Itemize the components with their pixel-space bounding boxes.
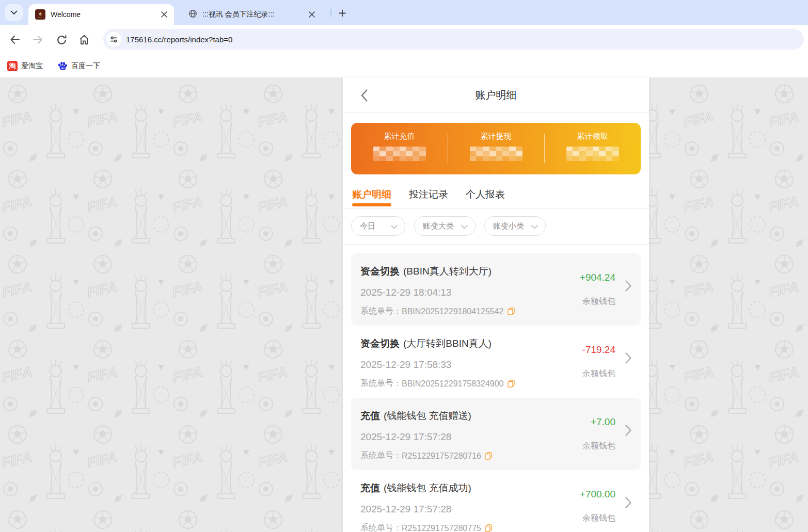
order-number: R2512291757280775 <box>402 524 481 532</box>
browser-toolbar: 175616.cc/reports/index?tab=0 <box>0 25 808 54</box>
chevron-right-icon <box>625 352 631 366</box>
tab-personal-report[interactable]: 个人报表 <box>466 188 505 208</box>
transaction-list: 资金切换(BBIN真人转到大厅) 2025-12-29 18:04:13 系统单… <box>343 245 649 532</box>
page-title: 账户明细 <box>343 77 649 112</box>
total-deposit: 累计充值 <box>351 123 448 174</box>
tx-wallet: 余额钱包 <box>580 296 615 307</box>
tab-betting-records[interactable]: :::视讯 会员下注纪录::: <box>179 4 322 25</box>
bookmarks-bar: 淘 爱淘宝 du 百度一下 <box>0 54 808 77</box>
filter-row: 今日 账变大类 账变小类 <box>343 209 649 245</box>
tx-subtitle: (BBIN真人转到大厅) <box>403 266 492 277</box>
order-number: BBIN202512291758324900 <box>402 379 504 389</box>
masked-value <box>373 147 426 161</box>
filter-label: 今日 <box>360 221 375 231</box>
url-text: 175616.cc/reports/index?tab=0 <box>126 35 232 44</box>
copy-icon[interactable] <box>508 308 515 315</box>
tab-title: Welcome <box>51 10 160 19</box>
tx-subtitle: (大厅转到BBIN真人) <box>403 338 492 349</box>
globe-icon <box>188 9 197 20</box>
totals-summary-card: 累计充值 累计提现 累计领取 <box>351 123 641 174</box>
total-withdraw: 累计提现 <box>448 123 544 174</box>
chevron-down-icon <box>531 222 538 231</box>
tx-subtitle: (钱能钱包 充值赠送) <box>384 410 471 421</box>
home-button[interactable] <box>77 33 91 46</box>
account-detail-panel: 账户明细 累计充值 累计提现 累计领取 账户明细 投注记录 个人报表 今日 <box>343 77 649 532</box>
bookmark-aitaobao[interactable]: 淘 爱淘宝 <box>7 61 43 71</box>
tab-title: :::视讯 会员下注纪录::: <box>202 10 307 19</box>
tx-amount: -719.24 <box>582 344 615 356</box>
copy-icon[interactable] <box>508 380 515 388</box>
tx-amount: +7.00 <box>582 416 615 428</box>
page-viewport: FIFA 账户明细 <box>0 77 808 532</box>
forward-button[interactable] <box>31 33 44 46</box>
copy-icon[interactable] <box>485 452 492 460</box>
transaction-row[interactable]: 资金切换(大厅转到BBIN真人) 2025-12-29 17:58:33 系统单… <box>351 326 641 398</box>
filter-date-select[interactable]: 今日 <box>351 216 405 236</box>
close-icon[interactable] <box>307 10 316 19</box>
tx-type: 充值 <box>360 410 380 421</box>
tab-welcome[interactable]: ♠▪▪▪ Welcome <box>28 4 174 25</box>
back-chevron-button[interactable] <box>357 89 371 102</box>
tx-wallet: 余额钱包 <box>580 513 615 524</box>
casino-brand-icon: ♠▪▪▪ <box>35 9 45 20</box>
baidu-paw-icon: du <box>57 61 68 71</box>
tab-bet-records[interactable]: 投注记录 <box>409 188 448 208</box>
tx-amount: +904.24 <box>580 272 615 283</box>
filter-major-category-select[interactable]: 账变大类 <box>414 216 476 236</box>
order-label: 系统单号： <box>360 378 402 389</box>
bookmark-label: 爱淘宝 <box>21 61 43 71</box>
chevron-down-icon <box>391 222 398 231</box>
total-claimed: 累计领取 <box>544 123 641 174</box>
chevron-right-icon <box>625 497 631 510</box>
report-tabs: 账户明细 投注记录 个人报表 <box>343 188 649 209</box>
filter-label: 账变大类 <box>423 221 454 231</box>
copy-icon[interactable] <box>485 524 492 532</box>
summary-label: 累计领取 <box>577 132 608 141</box>
transaction-row[interactable]: 充值(钱能钱包 充值赠送) 2025-12-29 17:57:28 系统单号：R… <box>351 398 641 470</box>
chevron-right-icon <box>625 280 631 294</box>
tx-amount: +700.00 <box>580 489 615 500</box>
transaction-row[interactable]: 资金切换(BBIN真人转到大厅) 2025-12-29 18:04:13 系统单… <box>351 253 641 326</box>
address-bar[interactable]: 175616.cc/reports/index?tab=0 <box>103 29 804 50</box>
order-number: R2512291757280716 <box>402 452 481 461</box>
summary-label: 累计提现 <box>481 132 512 141</box>
tab-search-button[interactable] <box>5 4 23 21</box>
bookmark-label: 百度一下 <box>71 61 100 71</box>
tx-subtitle: (钱能钱包 充值成功) <box>384 482 471 493</box>
svg-text:du: du <box>61 66 65 69</box>
tx-wallet: 余额钱包 <box>582 441 615 452</box>
tx-type: 资金切换 <box>360 266 400 277</box>
taobao-icon: 淘 <box>7 61 18 71</box>
order-label: 系统单号： <box>360 306 402 317</box>
order-label: 系统单号： <box>360 450 402 461</box>
tx-wallet: 余额钱包 <box>582 368 615 379</box>
panel-header: 账户明细 <box>343 77 649 113</box>
close-icon[interactable] <box>160 10 169 19</box>
tx-type: 充值 <box>360 482 380 493</box>
site-settings-icon[interactable] <box>106 32 121 47</box>
summary-label: 累计充值 <box>384 132 415 141</box>
tab-strip: ♠▪▪▪ Welcome :::视讯 会员下注纪录::: <box>0 0 808 25</box>
filter-label: 账变小类 <box>493 221 524 231</box>
bookmark-baidu[interactable]: du 百度一下 <box>57 61 100 71</box>
reload-button[interactable] <box>55 33 68 46</box>
back-button[interactable] <box>8 33 22 46</box>
chevron-down-icon <box>461 222 468 231</box>
order-label: 系统单号： <box>360 523 402 532</box>
chevron-down-icon <box>10 9 18 17</box>
chevron-right-icon <box>625 425 631 438</box>
transaction-row[interactable]: 充值(钱能钱包 充值成功) 2025-12-29 17:57:28 系统单号：R… <box>351 470 641 532</box>
filter-minor-category-select[interactable]: 账变小类 <box>484 216 546 236</box>
tab-separator <box>330 9 331 17</box>
tab-account-detail[interactable]: 账户明细 <box>352 188 391 208</box>
order-number: BBIN202512291804125542 <box>402 307 504 316</box>
tx-type: 资金切换 <box>360 338 400 349</box>
masked-value <box>566 147 619 161</box>
new-tab-button[interactable] <box>336 6 349 20</box>
masked-value <box>470 147 522 161</box>
